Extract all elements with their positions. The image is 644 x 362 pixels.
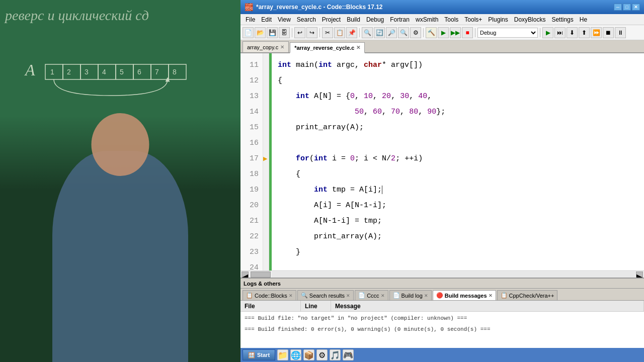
target-combo[interactable]: Debug (477, 28, 538, 38)
col-message: Message (331, 301, 644, 311)
message-row-1: === Build file: "no target" in "no proje… (240, 313, 644, 324)
scroll-track[interactable] (272, 272, 635, 278)
tab-cppcheck[interactable]: 📋 CppCheck/Vera++ (497, 290, 558, 300)
tab-build-messages-label: Build messages (445, 293, 487, 299)
tab-array-copy-close[interactable]: ✕ (280, 44, 284, 50)
window-controls[interactable]: ─ □ ✕ (614, 4, 640, 11)
svg-rect-13 (151, 64, 169, 79)
tab-search-results[interactable]: 🔍 Search results ✕ (297, 290, 354, 300)
debug-stepinto-button[interactable]: ⬇ (567, 27, 578, 38)
bottom-tabs: 📋 Code::Blocks ✕ 🔍 Search results ✕ 📄 Cc… (240, 289, 644, 301)
menu-project[interactable]: Project (319, 15, 344, 24)
settings-button[interactable]: ⚙ (410, 27, 421, 38)
start-label: Start (257, 352, 270, 358)
debug-stop-button[interactable]: ⏹ (603, 27, 614, 38)
save-all-button[interactable]: 🗄 (279, 27, 290, 38)
open-button[interactable]: 📂 (255, 27, 266, 38)
status-icon-6[interactable]: 🎮 (343, 349, 354, 360)
tab-codeblocks[interactable]: 📋 Code::Blocks ✕ (243, 290, 296, 300)
tab-build-log-close[interactable]: ✕ (424, 293, 428, 298)
scroll-left-arrow[interactable]: ◀ (242, 272, 249, 278)
cccc-tab-icon: 📄 (358, 292, 365, 299)
menu-debug[interactable]: Debug (363, 15, 387, 24)
debug-step-button[interactable]: ⏭ (554, 27, 566, 38)
menu-tools2[interactable]: Tools+ (461, 15, 485, 24)
tab-array-reverse-close[interactable]: ✕ (356, 45, 360, 50)
close-button[interactable]: ✕ (632, 4, 640, 11)
menu-fortran[interactable]: Fortran (387, 15, 413, 24)
svg-text:5: 5 (120, 68, 124, 76)
cut-button[interactable]: ✂ (322, 27, 333, 38)
tab-cccc[interactable]: 📄 Cccc ✕ (355, 290, 388, 300)
tab-build-messages[interactable]: 🔴 Build messages ✕ (433, 290, 496, 300)
minimize-button[interactable]: ─ (614, 4, 622, 11)
svg-rect-11 (133, 64, 151, 79)
svg-text:7: 7 (155, 68, 159, 76)
tab-search-results-close[interactable]: ✕ (346, 293, 350, 298)
horizontal-scrollbar[interactable]: ◀ ▶ (240, 270, 644, 278)
menu-settings[interactable]: Settings (548, 15, 576, 24)
build-run-button[interactable]: ▶▶ (450, 27, 461, 38)
tab-cccc-label: Cccc (367, 293, 379, 299)
tab-build-messages-close[interactable]: ✕ (489, 293, 493, 298)
svg-text:2: 2 (67, 68, 71, 76)
debug-next-button[interactable]: ⏩ (591, 27, 602, 38)
status-icon-3[interactable]: 📦 (303, 349, 314, 360)
copy-button[interactable]: 📋 (334, 27, 345, 38)
logs-header-label: Logs & others (244, 281, 281, 287)
maximize-button[interactable]: □ (623, 4, 631, 11)
title-bar: 🧱 *array_reverse_cycle.c - Code::Blocks … (240, 0, 644, 14)
menu-search[interactable]: Search (294, 15, 319, 24)
menu-view[interactable]: View (275, 15, 294, 24)
tab-array-copy[interactable]: array_copy.c ✕ (243, 41, 289, 52)
run-button[interactable]: ▶ (438, 27, 449, 38)
zoom-out-button[interactable]: 🔍 (398, 27, 409, 38)
paste-button[interactable]: 📌 (346, 27, 357, 38)
svg-rect-15 (169, 64, 186, 79)
start-button[interactable]: 🪟 Start (243, 349, 275, 360)
pause-button[interactable]: ⏸ (615, 27, 626, 38)
status-icon-1[interactable]: 📁 (277, 349, 288, 360)
messages-table-header: File Line Message (240, 301, 644, 312)
tab-codeblocks-close[interactable]: ✕ (289, 293, 293, 298)
menu-wxsmith[interactable]: wxSmith (413, 15, 441, 24)
save-button[interactable]: 💾 (267, 27, 278, 38)
scroll-thumb[interactable] (251, 272, 271, 278)
code-area: 11 12 13 14 15 16 17 18 19 20 21 22 23 2… (240, 53, 644, 270)
statusbar: 🪟 Start 📁 🌐 📦 ⚙ 🎵 🎮 (240, 348, 644, 362)
svg-rect-9 (116, 64, 133, 79)
status-icon-5[interactable]: 🎵 (330, 349, 341, 360)
tab-cppcheck-label: CppCheck/Vera++ (509, 293, 554, 299)
tab-search-results-label: Search results (309, 293, 345, 299)
menu-plugins[interactable]: Plugins (485, 15, 511, 24)
tab-array-reverse[interactable]: *array_reverse_cycle.c ✕ (290, 42, 365, 53)
col-line: Line (301, 301, 331, 311)
debug-button[interactable]: ▶ (542, 27, 553, 38)
status-icon-2[interactable]: 🌐 (290, 349, 301, 360)
find-button[interactable]: 🔍 (362, 27, 373, 38)
bottom-content: File Line Message === Build file: "no ta… (240, 301, 644, 348)
status-icon-4[interactable]: ⚙ (316, 349, 328, 360)
tab-build-log[interactable]: 📄 Build log ✕ (389, 290, 432, 300)
undo-button[interactable]: ↩ (294, 27, 305, 38)
scroll-right-arrow[interactable]: ▶ (636, 272, 643, 278)
menu-doxyblocks[interactable]: DoxyBlocks (511, 15, 549, 24)
menu-tools[interactable]: Tools (441, 15, 461, 24)
zoom-in-button[interactable]: 🔎 (386, 27, 397, 38)
svg-text:6: 6 (137, 68, 141, 76)
new-button[interactable]: 📄 (243, 27, 254, 38)
menu-edit[interactable]: Edit (258, 15, 275, 24)
build-button[interactable]: 🔨 (426, 27, 437, 38)
menu-help[interactable]: He (577, 15, 590, 24)
menu-build[interactable]: Build (344, 15, 363, 24)
debug-stepout-button[interactable]: ⬆ (579, 27, 590, 38)
menu-file[interactable]: File (243, 15, 258, 24)
redo-button[interactable]: ↪ (306, 27, 317, 38)
build-messages-list: === Build file: "no target" in "no proje… (240, 312, 644, 336)
tab-cccc-close[interactable]: ✕ (381, 293, 385, 298)
replace-button[interactable]: 🔄 (374, 27, 385, 38)
chalkboard-text: реверс и циклический сд (5, 8, 149, 24)
code-editor[interactable]: int main(int argc, char* argv[]) { int A… (272, 53, 644, 270)
stop-button[interactable]: ■ (462, 27, 473, 38)
toolbar-sep-6 (540, 28, 540, 37)
